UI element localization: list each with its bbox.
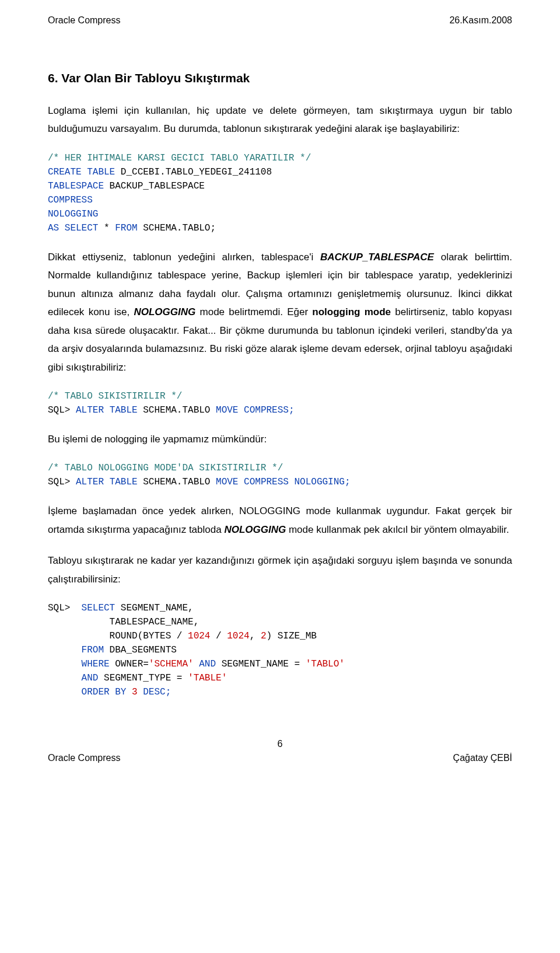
code-text: SEGMENT_NAME, <box>115 603 193 613</box>
code-text: SCHEMA.TABLO; <box>138 223 216 233</box>
code-num: 1024 <box>188 631 210 641</box>
code-str: 'SCHEMA' <box>149 659 194 669</box>
code-text: ROUND(BYTES / <box>48 631 188 641</box>
code-kw: MOVE <box>216 477 238 487</box>
bold-term: NOLOGGING <box>224 524 286 535</box>
code-text: SCHEMA.TABLO <box>138 405 216 416</box>
code-kw: TABLESPACE <box>48 181 104 191</box>
text: mode kullanmak pek akılcıl bir yöntem ol… <box>286 524 509 535</box>
header-left: Oracle Compress <box>48 15 120 26</box>
code-text: SQL> <box>48 477 76 487</box>
code-comment: /* HER IHTIMALE KARSI GECICI TABLO YARAT… <box>48 153 311 163</box>
code-kw: CREATE <box>48 167 82 177</box>
code-block-1: /* HER IHTIMALE KARSI GECICI TABLO YARAT… <box>48 151 512 235</box>
code-text: ) SIZE_MB <box>266 631 316 641</box>
code-kw: MOVE <box>216 405 238 416</box>
code-text: TABLESPACE_NAME, <box>48 617 199 627</box>
paragraph-3: Bu işlemi de nologging ile yapmamız mümk… <box>48 430 512 448</box>
paragraph-4: İşleme başlamadan önce yedek alırken, NO… <box>48 502 512 539</box>
code-kw: AS <box>48 223 59 233</box>
code-kw: FROM <box>115 223 137 233</box>
header-right: 26.Kasım.2008 <box>449 15 512 26</box>
code-kw: FROM <box>48 645 104 655</box>
code-text: SQL> <box>48 603 82 613</box>
code-text: SCHEMA.TABLO <box>138 477 216 487</box>
page-header: Oracle Compress 26.Kasım.2008 <box>48 15 512 26</box>
paragraph-2: Dikkat ettiyseniz, tablonun yedeğini alı… <box>48 248 512 376</box>
code-text: / <box>210 631 227 641</box>
text: mode belirtmemdi. Eğer <box>195 306 312 317</box>
code-kw: NOLOGGING; <box>289 477 351 487</box>
bold-term: nologging mode <box>312 306 391 317</box>
code-text: SEGMENT_NAME = <box>216 659 306 669</box>
code-str: 'TABLO' <box>306 659 345 669</box>
code-kw: BY <box>110 687 127 697</box>
text: Dikkat ettiyseniz, tablonun yedeğini alı… <box>48 252 320 263</box>
code-kw: TABLE <box>82 167 116 177</box>
code-block-3: /* TABLO NOLOGGING MODE'DA SIKISTIRILIR … <box>48 461 512 489</box>
code-kw: SELECT <box>59 223 98 233</box>
code-kw: ALTER <box>76 405 104 416</box>
code-text: DBA_SEGMENTS <box>104 645 177 655</box>
code-kw: TABLE <box>104 405 138 416</box>
code-block-2: /* TABLO SIKISTIRILIR */ SQL> ALTER TABL… <box>48 389 512 417</box>
code-str: 'TABLE' <box>188 673 227 683</box>
code-text: SQL> <box>48 405 76 416</box>
code-kw: COMPRESS <box>48 195 93 205</box>
code-block-4: SQL> SELECT SEGMENT_NAME, TABLESPACE_NAM… <box>48 601 512 699</box>
code-num: 3 <box>126 687 137 697</box>
bold-term: NOLOGGING <box>134 306 195 317</box>
code-text: BACKUP_TABLESPACE <box>104 181 205 191</box>
code-kw: WHERE <box>48 659 110 669</box>
code-num: 1024 <box>227 631 249 641</box>
footer-right: Çağatay ÇEBİ <box>453 753 512 763</box>
paragraph-5: Tabloyu sıkıştırarak ne kadar yer kazand… <box>48 551 512 588</box>
code-comment: /* TABLO SIKISTIRILIR */ <box>48 391 182 402</box>
code-kw: AND <box>48 673 98 683</box>
code-text: OWNER= <box>110 659 149 669</box>
code-kw: ALTER <box>76 477 104 487</box>
code-kw: COMPRESS; <box>238 405 294 416</box>
code-kw: COMPRESS <box>238 477 288 487</box>
code-text: D_CCEBI.TABLO_YEDEGI_241108 <box>115 167 272 177</box>
page-number: 6 <box>48 739 512 749</box>
code-text: , <box>250 631 261 641</box>
paragraph-1: Loglama işlemi için kullanılan, hiç upda… <box>48 102 512 138</box>
page-footer: Oracle Compress Çağatay ÇEBİ <box>48 753 512 763</box>
code-kw: SELECT <box>82 603 116 613</box>
code-kw: AND <box>194 659 216 669</box>
section-heading: 6. Var Olan Bir Tabloyu Sıkıştırmak <box>48 71 512 85</box>
code-comment: /* TABLO NOLOGGING MODE'DA SIKISTIRILIR … <box>48 463 283 473</box>
footer-left: Oracle Compress <box>48 753 120 763</box>
code-kw: ORDER <box>48 687 110 697</box>
code-kw: TABLE <box>104 477 138 487</box>
code-kw: NOLOGGING <box>48 209 98 219</box>
code-kw: DESC; <box>138 687 172 697</box>
bold-term: BACKUP_TABLESPACE <box>320 252 434 263</box>
code-text: * <box>98 223 115 233</box>
code-text: SEGMENT_TYPE = <box>98 673 188 683</box>
